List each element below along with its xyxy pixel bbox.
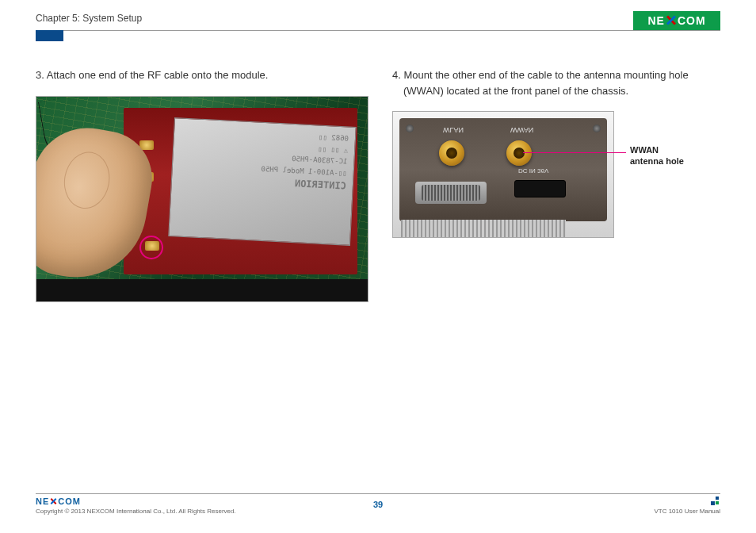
step-3-text: 3. Attach one end of the RF cable onto t… — [36, 67, 368, 83]
panel-label-wwan: WWAN — [510, 126, 533, 134]
figure-rf-cable-module: 0682 ▯▯ ⚠ ▯▯ ▯▯ 1C-7830A-PH50 ▯▯-A100-1 … — [36, 96, 368, 302]
dc-in-port — [514, 180, 566, 197]
footer-rule — [36, 493, 720, 494]
panel-label-dc: DC IN 36V — [518, 167, 548, 174]
callout-wwan-hole: WWAN antenna hole — [630, 144, 684, 167]
db-connector — [415, 182, 487, 204]
figure-chassis-panel: WLAN WWAN DC IN 36V — [392, 111, 614, 238]
header-rule — [36, 30, 720, 31]
column-right: 4. Mount the other end of the cable to t… — [392, 67, 721, 238]
step-4-line2: (WWAN) located at the front panel of the… — [392, 83, 628, 99]
logo-text-right: COM — [678, 14, 706, 27]
header-accent-block — [36, 30, 63, 41]
content-area: 3. Attach one end of the RF cable onto t… — [36, 67, 720, 477]
chapter-title: Chapter 5: System Setup — [36, 13, 720, 24]
nexcom-logo-footer: NE COM — [36, 497, 81, 506]
wwan-connector — [506, 140, 532, 166]
highlight-circle — [139, 236, 163, 259]
wlan-connector — [439, 140, 464, 166]
column-left: 3. Attach one end of the RF cable onto t… — [36, 67, 368, 302]
step-4-line1: 4. Mount the other end of the cable to t… — [392, 69, 689, 81]
step-4-text: 4. Mount the other end of the cable to t… — [392, 67, 721, 98]
logo-x-icon — [666, 15, 677, 26]
footer-decor-squares — [711, 497, 720, 506]
logo-x-icon — [50, 498, 57, 505]
page-header: Chapter 5: System Setup — [36, 13, 720, 36]
document-title: VTC 1010 User Manual — [654, 508, 720, 515]
copyright-text: Copyright © 2013 NEXCOM International Co… — [36, 508, 236, 515]
nexcom-logo-top: NE COM — [633, 11, 720, 30]
logo-text-left: NE — [647, 14, 664, 27]
callout-line — [523, 152, 626, 153]
page-number: 39 — [373, 500, 383, 509]
panel-label-wlan: WLAN — [443, 126, 464, 134]
page-footer: NE COM Copyright © 2013 NEXCOM Internati… — [36, 493, 720, 517]
